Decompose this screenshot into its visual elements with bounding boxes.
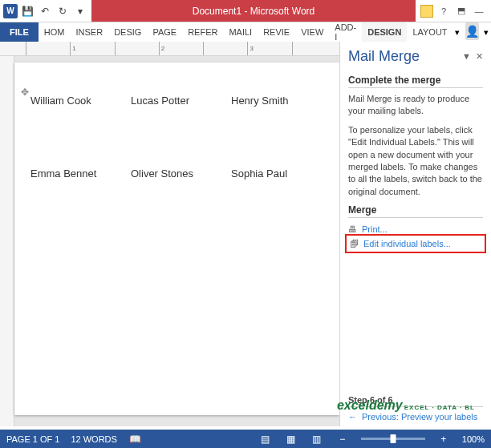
ruler-tick: 1 [70,42,114,55]
spellcheck-icon[interactable]: 📖 [128,434,143,445]
qat-customize-icon[interactable]: ▾ [72,3,88,19]
ruler-tick [203,42,247,55]
ribbon-collapse-icon[interactable]: ⬒ [454,4,469,18]
quick-access-toolbar: W 💾 ↶ ↻ ▾ [0,3,91,19]
zoom-in-icon[interactable]: + [436,434,451,445]
ribbon-tabs: FILE HOM INSER DESIG PAGE REFER MAILI RE… [0,22,491,42]
ribbon-options-icon[interactable] [420,5,433,18]
tab-page[interactable]: PAGE [147,22,182,42]
table-move-handle-icon[interactable]: ✥ [21,87,29,98]
edit-labels-highlight: 🗐 Edit individual labels... [345,234,486,253]
user-avatar-icon[interactable]: 👤 [465,22,479,40]
save-icon[interactable]: 💾 [19,3,35,19]
zoom-slider[interactable] [361,438,425,440]
zoom-level[interactable]: 100% [462,434,485,444]
tab-references[interactable]: REFER [182,22,223,42]
title-right-controls: ? ⬒ — [416,4,491,18]
page-count[interactable]: PAGE 1 OF 1 [6,434,59,444]
print-layout-icon[interactable]: ▦ [284,434,298,445]
ruler-tick: 3 [247,42,291,55]
ruler-tick [26,42,70,55]
undo-icon[interactable]: ↶ [37,3,53,19]
task-pane-header: Mail Merge ▼ ✕ [348,48,483,65]
vertical-ruler[interactable] [0,56,14,426]
merge-heading: Merge [348,204,483,218]
user-menu-icon[interactable]: ▾ [482,22,491,42]
document-icon: 🗐 [350,239,359,248]
merge-ready-text: Mail Merge is ready to produce your mail… [348,93,483,118]
previous-step-label: Previous: Preview your labels [362,412,477,422]
print-link-label: Print... [362,224,388,234]
label-cell[interactable]: Oliver Stones [131,167,223,180]
ruler-tick: 2 [159,42,203,55]
tab-addins[interactable]: ADD-I [329,22,362,42]
title-bar: W 💾 ↶ ↻ ▾ Document1 - Microsoft Word ? ⬒… [0,0,491,22]
document-page[interactable]: ✥ William Cook Lucas Potter Henry Smith … [14,63,339,415]
zoom-thumb[interactable] [390,434,396,443]
watermark-tagline: EXCEL · DATA · BL [404,404,475,411]
label-cell[interactable]: Henry Smith [231,95,323,107]
mailing-labels-grid: William Cook Lucas Potter Henry Smith Em… [30,95,323,180]
printer-icon: 🖶 [348,224,357,234]
edit-individual-labels-link[interactable]: 🗐 Edit individual labels... [350,237,481,250]
document-panel: 1 2 3 ✥ William Cook Lucas Potter Henry … [0,42,340,426]
tab-view[interactable]: VIEW [295,22,329,42]
tab-design[interactable]: DESIG [108,22,147,42]
edit-labels-link-label: Edit individual labels... [363,239,451,248]
document-scroll-area[interactable]: ✥ William Cook Lucas Potter Henry Smith … [0,56,339,426]
task-pane-menu-icon[interactable]: ▼ [462,51,471,62]
label-cell[interactable]: Emma Bennet [30,167,123,180]
arrow-left-icon: ← [348,412,357,422]
content-area: 1 2 3 ✥ William Cook Lucas Potter Henry … [0,42,491,426]
tab-layout[interactable]: LAYOUT [407,22,452,42]
read-mode-icon[interactable]: ▤ [258,434,273,445]
redo-icon[interactable]: ↻ [55,3,71,19]
label-cell[interactable]: Lucas Potter [131,95,223,107]
ruler-tick [115,42,159,55]
word-app-icon[interactable]: W [3,4,18,18]
tab-file[interactable]: FILE [0,22,39,42]
tab-mailings[interactable]: MAILI [223,22,258,42]
help-icon[interactable]: ? [436,4,451,18]
label-cell[interactable]: William Cook [30,95,123,107]
zoom-out-icon[interactable]: − [335,434,350,445]
tab-insert[interactable]: INSER [71,22,109,42]
ruler-tick [292,42,336,55]
tab-table-design[interactable]: DESIGN [362,22,407,42]
task-pane-title: Mail Merge [348,48,420,65]
tab-review[interactable]: REVIE [258,22,295,42]
window-title: Document1 - Microsoft Word [91,0,416,22]
minimize-icon[interactable]: — [472,4,486,18]
status-bar: PAGE 1 OF 1 12 WORDS 📖 ▤ ▦ ▥ − + 100% [0,430,491,448]
tab-home[interactable]: HOM [39,22,71,42]
exceldemy-watermark: exceldemy EXCEL · DATA · BL [337,398,475,413]
label-cell[interactable]: Sophia Paul [231,167,323,180]
merge-instructions-text: To personalize your labels, click "Edit … [348,124,483,198]
tab-overflow-icon[interactable]: ▾ [453,22,462,42]
mail-merge-task-pane: Mail Merge ▼ ✕ Complete the merge Mail M… [340,42,491,426]
web-layout-icon[interactable]: ▥ [310,434,324,445]
watermark-brand: exceldemy [337,398,403,413]
horizontal-ruler[interactable]: 1 2 3 [0,42,339,56]
task-pane-close-icon[interactable]: ✕ [476,51,483,62]
complete-merge-heading: Complete the merge [348,75,483,88]
word-count[interactable]: 12 WORDS [71,434,116,444]
